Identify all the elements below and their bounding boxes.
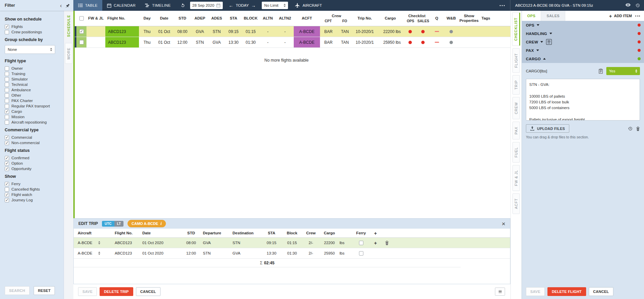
reset-button[interactable]: RESET xyxy=(34,286,55,295)
cell-departure[interactable]: STN xyxy=(203,251,232,255)
history-icon[interactable] xyxy=(635,3,640,8)
right-rail-tab[interactable]: FUEL xyxy=(512,142,520,163)
checkbox[interactable] xyxy=(5,25,9,29)
checkbox[interactable] xyxy=(5,82,9,87)
filter-checkbox-item[interactable]: Training xyxy=(5,72,64,76)
catering-icon[interactable] xyxy=(546,39,552,45)
q-status-dash[interactable] xyxy=(435,31,439,32)
cell-fo[interactable]: TAN xyxy=(337,37,353,47)
checkbox[interactable] xyxy=(5,187,9,192)
trip-leg-row[interactable]: A-BCDE ABCD123 01 Oct 2020 08:00 GVA STN… xyxy=(74,238,510,248)
checklist-group-row[interactable]: PAX xyxy=(522,46,644,55)
select-all-checkbox[interactable] xyxy=(79,16,84,21)
checkbox[interactable] xyxy=(5,93,9,98)
tab-timeline[interactable]: TIMELINE xyxy=(140,0,175,11)
cell-sta[interactable]: 09:15 xyxy=(261,241,282,245)
cell-cargo[interactable]: 22200 xyxy=(319,241,339,245)
right-rail-tab[interactable]: FLIGHT xyxy=(512,48,520,73)
checkbox[interactable] xyxy=(5,193,9,197)
right-rail-tab[interactable]: FW & JL xyxy=(512,165,520,191)
cargo-note-field[interactable]: STN - GVA: 10000 LBS of pallets 7200 LBS… xyxy=(526,79,640,121)
more-options-icon[interactable] xyxy=(500,5,505,6)
checkbox[interactable] xyxy=(5,156,9,160)
col-altn[interactable]: ALTN xyxy=(259,11,276,26)
filter-checkbox-item[interactable]: Option xyxy=(5,161,64,166)
delete-flight-button[interactable]: DELETE FLIGHT xyxy=(547,287,586,296)
add-item-button[interactable]: + ADD ITEM xyxy=(606,11,635,21)
row-checkbox[interactable] xyxy=(79,40,84,44)
cell-destination[interactable]: GVA xyxy=(232,251,261,255)
delete-trip-button[interactable]: DELETE TRIP xyxy=(100,287,133,296)
cell-flight-no[interactable]: ABCD123 xyxy=(115,251,142,255)
history-icon[interactable] xyxy=(628,126,633,131)
checkbox[interactable] xyxy=(5,66,9,71)
ops-status-dot[interactable] xyxy=(408,30,412,33)
cell-destination[interactable]: STN xyxy=(232,241,261,245)
right-rail-tab[interactable]: ACFT xyxy=(512,193,520,214)
schedule-row[interactable]: ABCD123 Thu 01 Oct 12:00 STN GVA 13:30 0… xyxy=(75,37,510,48)
col-fo[interactable]: FO xyxy=(336,19,353,23)
cell-flight-no[interactable]: ABCD123 xyxy=(105,26,139,37)
cell-date[interactable]: 01 Oct 2020 xyxy=(142,241,179,245)
right-rail-tab[interactable]: PAX xyxy=(512,122,520,139)
ops-status-dot[interactable] xyxy=(408,41,412,44)
filter-checkbox-item[interactable]: Commercial xyxy=(5,135,64,140)
add-leg-icon[interactable]: + xyxy=(370,230,381,236)
col-sales[interactable]: SALES xyxy=(417,19,430,23)
limit-select[interactable]: No Limit xyxy=(262,2,288,9)
col-sta[interactable]: STA xyxy=(225,11,242,26)
checkbox[interactable] xyxy=(5,120,9,125)
row-checkbox[interactable] xyxy=(79,29,84,34)
checklist-group-row[interactable]: HANDLING xyxy=(522,29,644,38)
search-button[interactable]: SEARCH xyxy=(5,286,30,295)
col-trip-no[interactable]: Trip No. xyxy=(353,11,377,26)
add-leg-icon[interactable]: + xyxy=(374,240,377,246)
wb-status-dot[interactable] xyxy=(450,30,453,33)
sales-status-dot[interactable] xyxy=(421,41,425,44)
lt-toggle[interactable]: LT xyxy=(114,221,123,227)
cell-std[interactable]: 08:00 xyxy=(179,241,203,245)
checkbox[interactable] xyxy=(5,77,9,81)
checkbox[interactable] xyxy=(5,104,9,108)
col-cargo[interactable]: Cargo xyxy=(377,11,404,26)
ferry-checkbox[interactable] xyxy=(359,241,363,245)
schedule-row[interactable]: ABCD123 Thu 01 Oct 08:00 GVA STN 09:15 0… xyxy=(75,26,510,37)
col-show-properties[interactable]: Show Properties xyxy=(459,11,479,26)
cell-fo[interactable]: TAN xyxy=(337,26,353,37)
filter-checkbox-item[interactable]: Regular PAX transport xyxy=(5,104,64,108)
checkbox[interactable] xyxy=(5,88,9,92)
today-button[interactable]: TODAY xyxy=(236,3,249,7)
col-fw-jl[interactable]: FW & JL xyxy=(86,11,105,26)
cell-departure[interactable]: GVA xyxy=(203,241,232,245)
filter-checkbox-item[interactable]: Journey Log xyxy=(5,198,64,202)
calendar-picker-icon[interactable] xyxy=(216,3,220,7)
col-day[interactable]: Day xyxy=(139,11,155,26)
group-schedule-select[interactable]: None xyxy=(5,45,55,54)
right-rail-tab[interactable]: CREW xyxy=(512,97,520,119)
col-altn2[interactable]: ALTN2 xyxy=(276,11,294,26)
clipboard-icon[interactable] xyxy=(599,69,603,74)
trash-icon[interactable] xyxy=(636,126,640,131)
filter-checkbox-item[interactable]: Simulator xyxy=(5,77,64,81)
filter-checkbox-item[interactable]: Owner xyxy=(5,66,64,71)
save-button[interactable]: SAVE xyxy=(526,287,545,296)
filter-checkbox-item[interactable]: Non-commercial xyxy=(5,141,64,145)
eye-icon[interactable] xyxy=(625,3,631,8)
filter-checkbox-item[interactable]: Cargo xyxy=(5,109,64,114)
checkbox[interactable] xyxy=(5,161,9,166)
filter-checkbox-item[interactable]: Mission xyxy=(5,115,64,119)
col-adep[interactable]: ADEP xyxy=(191,11,208,26)
pin-icon[interactable] xyxy=(65,3,70,8)
checklist-group-row[interactable]: CREW xyxy=(522,38,644,46)
right-rail-tab[interactable]: CHECKLIST xyxy=(512,12,520,46)
checkbox[interactable] xyxy=(5,72,9,76)
col-ops[interactable]: OPS xyxy=(404,19,417,23)
cell-acft[interactable]: A-BCDE xyxy=(294,26,320,37)
cell-flight-no[interactable]: ABCD123 xyxy=(115,241,142,245)
trash-icon[interactable] xyxy=(385,240,389,245)
filter-checkbox-item[interactable]: Opportunity xyxy=(5,167,64,171)
save-button[interactable]: SAVE xyxy=(78,287,97,296)
left-rail-tab[interactable]: MORE xyxy=(65,43,72,64)
cell-std[interactable]: 12:00 xyxy=(179,251,203,255)
trip-leg-row[interactable]: A-BCDE ABCD123 01 Oct 2020 12:00 STN GVA… xyxy=(74,248,510,259)
